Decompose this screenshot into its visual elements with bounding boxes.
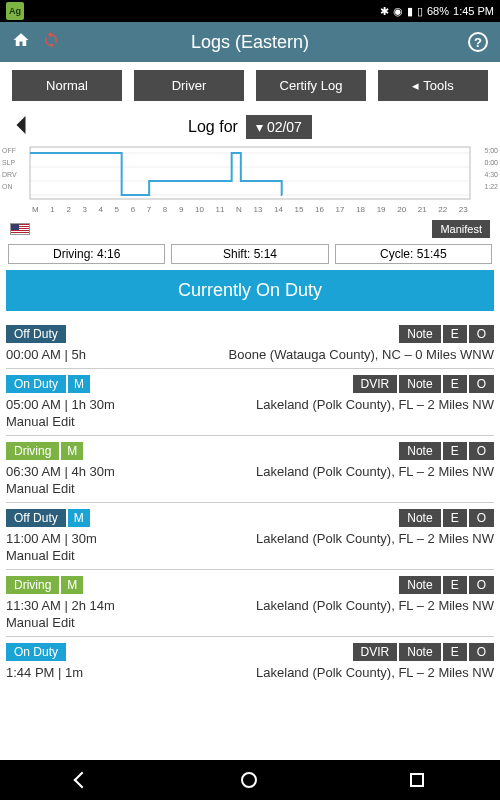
signal-icon: ▮ bbox=[407, 5, 413, 18]
chart-x-axis: M1234567891011N1314151617181920212223 bbox=[10, 205, 490, 214]
manual-chip: M bbox=[61, 442, 83, 460]
entry-time: 1:44 PM | 1m bbox=[6, 665, 83, 680]
log-entry[interactable]: DrivingMNoteEO06:30 AM | 4h 30mLakeland … bbox=[6, 435, 494, 502]
entry-note: Manual Edit bbox=[6, 414, 494, 429]
tools-button[interactable]: ◂Tools bbox=[378, 70, 488, 101]
entry-time: 06:30 AM | 4h 30m bbox=[6, 464, 115, 479]
log-for-selector: Log for ▾02/07 bbox=[0, 109, 500, 145]
clock-text: 1:45 PM bbox=[453, 5, 494, 17]
entry-time: 05:00 AM | 1h 30m bbox=[6, 397, 115, 412]
app-logo-icon: Ag bbox=[6, 2, 24, 20]
battery-icon: ▯ bbox=[417, 5, 423, 18]
o-chip[interactable]: O bbox=[469, 509, 494, 527]
log-entry[interactable]: On DutyMDVIRNoteEO05:00 AM | 1h 30mLakel… bbox=[6, 368, 494, 435]
note-chip[interactable]: Note bbox=[399, 375, 440, 393]
entry-time: 11:30 AM | 2h 14m bbox=[6, 598, 115, 613]
note-chip[interactable]: Note bbox=[399, 643, 440, 661]
status-chip: Driving bbox=[6, 576, 59, 594]
us-flag-icon bbox=[10, 223, 30, 235]
log-entry[interactable]: DrivingMNoteEO11:30 AM | 2h 14mLakeland … bbox=[6, 569, 494, 636]
entry-location: Lakeland (Polk County), FL – 2 Miles NW bbox=[256, 665, 494, 680]
dvir-chip[interactable]: DVIR bbox=[353, 643, 398, 661]
log-entry[interactable]: Off DutyNoteEO00:00 AM | 5hBoone (Wataug… bbox=[6, 319, 494, 368]
hos-chart-svg bbox=[10, 145, 490, 205]
o-chip[interactable]: O bbox=[469, 643, 494, 661]
manifest-button[interactable]: Manifest bbox=[432, 220, 490, 238]
note-chip[interactable]: Note bbox=[399, 442, 440, 460]
e-chip[interactable]: E bbox=[443, 576, 467, 594]
previous-day-icon[interactable] bbox=[14, 116, 28, 138]
e-chip[interactable]: E bbox=[443, 509, 467, 527]
o-chip[interactable]: O bbox=[469, 576, 494, 594]
o-chip[interactable]: O bbox=[469, 442, 494, 460]
entry-location: Lakeland (Polk County), FL – 2 Miles NW bbox=[256, 598, 494, 613]
shift-counter: Shift: 5:14 bbox=[171, 244, 328, 264]
log-for-label: Log for bbox=[188, 118, 238, 136]
page-title: Logs (Eastern) bbox=[191, 32, 309, 53]
certify-log-button[interactable]: Certify Log bbox=[256, 70, 366, 101]
note-chip[interactable]: Note bbox=[399, 576, 440, 594]
cycle-counter: Cycle: 51:45 bbox=[335, 244, 492, 264]
manual-chip: M bbox=[68, 375, 90, 393]
entry-time: 11:00 AM | 30m bbox=[6, 531, 97, 546]
help-icon[interactable]: ? bbox=[468, 32, 488, 52]
nav-back-icon[interactable] bbox=[74, 772, 91, 789]
nav-home-icon[interactable] bbox=[241, 772, 257, 788]
o-chip[interactable]: O bbox=[469, 375, 494, 393]
date-picker-button[interactable]: ▾02/07 bbox=[246, 115, 312, 139]
status-chip: Off Duty bbox=[6, 509, 66, 527]
manual-chip: M bbox=[61, 576, 83, 594]
dvir-chip[interactable]: DVIR bbox=[353, 375, 398, 393]
status-chip: On Duty bbox=[6, 643, 66, 661]
battery-text: 68% bbox=[427, 5, 449, 17]
manual-chip: M bbox=[68, 509, 90, 527]
entry-note: Manual Edit bbox=[6, 548, 494, 563]
dropdown-icon: ▾ bbox=[256, 119, 263, 135]
status-chip: On Duty bbox=[6, 375, 66, 393]
note-chip[interactable]: Note bbox=[399, 509, 440, 527]
normal-button[interactable]: Normal bbox=[12, 70, 122, 101]
entry-note: Manual Edit bbox=[6, 615, 494, 630]
svg-rect-4 bbox=[30, 147, 470, 199]
status-chip: Off Duty bbox=[6, 325, 66, 343]
current-status-banner[interactable]: Currently On Duty bbox=[6, 270, 494, 311]
driver-button[interactable]: Driver bbox=[134, 70, 244, 101]
e-chip[interactable]: E bbox=[443, 375, 467, 393]
home-icon[interactable] bbox=[12, 31, 42, 53]
entry-note: Manual Edit bbox=[6, 481, 494, 496]
app-header: Logs (Eastern) ? bbox=[0, 22, 500, 62]
entry-location: Lakeland (Polk County), FL – 2 Miles NW bbox=[256, 531, 494, 546]
hos-chart: OFF SLP DRV ON 5:00 0:00 4:30 1:22 M1234… bbox=[0, 145, 500, 218]
android-statusbar: Ag ✱ ◉ ▮ ▯ 68% 1:45 PM bbox=[0, 0, 500, 22]
status-chip: Driving bbox=[6, 442, 59, 460]
entry-location: Lakeland (Polk County), FL – 2 Miles NW bbox=[256, 397, 494, 412]
log-entries-list: Off DutyNoteEO00:00 AM | 5hBoone (Wataug… bbox=[0, 319, 500, 686]
e-chip[interactable]: E bbox=[443, 325, 467, 343]
log-entry[interactable]: On DutyDVIRNoteEO1:44 PM | 1mLakeland (P… bbox=[6, 636, 494, 686]
entry-time: 00:00 AM | 5h bbox=[6, 347, 86, 362]
nav-recent-icon[interactable] bbox=[410, 773, 424, 787]
wifi-icon: ◉ bbox=[393, 5, 403, 18]
e-chip[interactable]: E bbox=[443, 643, 467, 661]
e-chip[interactable]: E bbox=[443, 442, 467, 460]
sync-icon[interactable] bbox=[42, 31, 60, 53]
o-chip[interactable]: O bbox=[469, 325, 494, 343]
toolbar: Normal Driver Certify Log ◂Tools bbox=[0, 62, 500, 109]
android-navbar bbox=[0, 760, 500, 800]
log-entry[interactable]: Off DutyMNoteEO11:00 AM | 30mLakeland (P… bbox=[6, 502, 494, 569]
driving-counter: Driving: 4:16 bbox=[8, 244, 165, 264]
hos-counters: Driving: 4:16 Shift: 5:14 Cycle: 51:45 bbox=[0, 242, 500, 270]
entry-location: Lakeland (Polk County), FL – 2 Miles NW bbox=[256, 464, 494, 479]
bluetooth-icon: ✱ bbox=[380, 5, 389, 18]
entry-location: Boone (Watauga County), NC – 0 Miles WNW bbox=[229, 347, 494, 362]
chevron-left-icon: ◂ bbox=[412, 78, 419, 93]
note-chip[interactable]: Note bbox=[399, 325, 440, 343]
